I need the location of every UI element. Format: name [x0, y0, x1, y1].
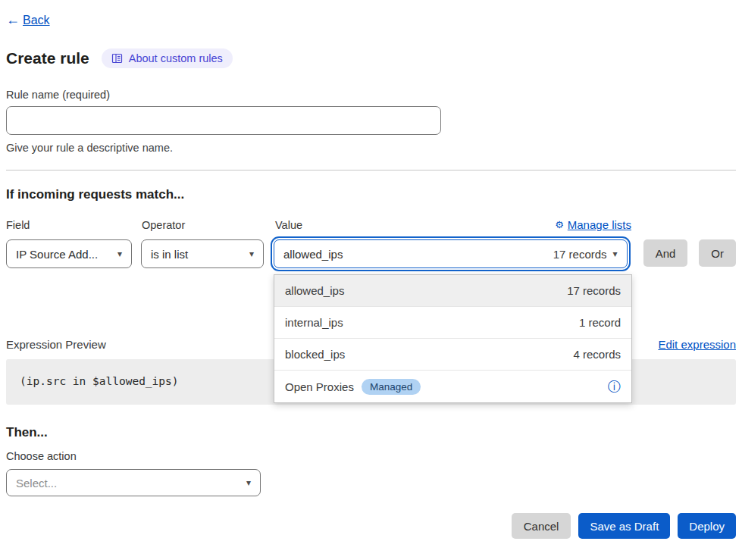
list-option-allowed-ips[interactable]: allowed_ips 17 records	[274, 275, 631, 307]
about-custom-rules-link[interactable]: About custom rules	[102, 48, 233, 68]
rule-name-label: Rule name (required)	[6, 89, 736, 101]
field-select-value: IP Source Add...	[16, 248, 98, 261]
chevron-down-icon: ▾	[117, 249, 122, 259]
rule-name-helper-text: Give your rule a descriptive name.	[6, 142, 736, 154]
operator-select-value: is in list	[151, 248, 188, 261]
operator-select[interactable]: is in list ▾	[141, 239, 264, 268]
rule-name-input[interactable]	[6, 106, 441, 135]
list-option-blocked-ips[interactable]: blocked_ips 4 records	[274, 339, 631, 371]
list-option-open-proxies[interactable]: Open Proxies Managed ⓘ	[274, 371, 631, 402]
value-records-count: 17 records	[553, 248, 607, 261]
heading-row: Create rule About custom rules	[6, 48, 736, 68]
or-button[interactable]: Or	[699, 239, 736, 267]
save-as-draft-button[interactable]: Save as Draft	[578, 513, 670, 539]
field-label: Field	[6, 219, 133, 231]
action-select[interactable]: Select... ▾	[6, 469, 261, 496]
edit-expression-link[interactable]: Edit expression	[658, 338, 736, 351]
list-option-records: 17 records	[567, 284, 621, 297]
and-button[interactable]: And	[643, 239, 688, 267]
chevron-down-icon: ▾	[613, 249, 618, 259]
list-option-records: 1 record	[579, 316, 621, 329]
and-or-buttons: And Or	[643, 239, 736, 267]
list-option-name: Open Proxies	[285, 380, 354, 393]
chevron-down-icon: ▾	[246, 477, 251, 488]
operator-label: Operator	[142, 219, 265, 231]
value-combobox-input[interactable]: allowed_ips	[283, 248, 553, 261]
value-label: Value	[275, 219, 302, 231]
list-option-name: blocked_ips	[285, 348, 345, 361]
field-select[interactable]: IP Source Add... ▾	[6, 239, 132, 268]
managed-badge: Managed	[362, 379, 421, 395]
section-divider	[6, 170, 736, 171]
value-combobox-wrapper: allowed_ips 17 records ▾ allowed_ips 17 …	[274, 239, 628, 268]
expression-preview-label: Expression Preview	[6, 338, 106, 351]
deploy-button[interactable]: Deploy	[678, 513, 736, 539]
gear-icon: ⚙	[555, 219, 564, 230]
manage-lists-link[interactable]: ⚙ Manage lists	[555, 218, 631, 231]
book-icon	[111, 53, 123, 64]
choose-action-label: Choose action	[6, 450, 736, 462]
lists-dropdown-panel: allowed_ips 17 records internal_ips 1 re…	[274, 274, 632, 403]
footer-actions: Cancel Save as Draft Deploy	[6, 513, 736, 539]
create-rule-page: ←Back Create rule About custom rules Rul…	[0, 0, 742, 560]
then-section-heading: Then...	[6, 425, 736, 440]
action-select-placeholder: Select...	[16, 477, 57, 490]
manage-lists-label: Manage lists	[568, 218, 631, 231]
about-custom-rules-label: About custom rules	[129, 52, 223, 64]
info-icon[interactable]: ⓘ	[608, 380, 621, 393]
page-title: Create rule	[6, 49, 89, 67]
list-option-internal-ips[interactable]: internal_ips 1 record	[274, 307, 631, 339]
chevron-down-icon: ▾	[249, 249, 254, 259]
match-section-heading: If incoming requests match...	[6, 187, 736, 202]
value-combobox[interactable]: allowed_ips 17 records ▾	[274, 239, 628, 268]
list-option-records: 4 records	[573, 348, 621, 361]
list-option-name: allowed_ips	[285, 284, 344, 297]
condition-labels-row: Field Operator Value ⚙ Manage lists	[6, 218, 736, 231]
condition-row: IP Source Add... ▾ is in list ▾ allowed_…	[6, 239, 736, 268]
list-option-name: internal_ips	[285, 316, 343, 329]
cancel-button[interactable]: Cancel	[512, 513, 571, 539]
back-link[interactable]: ←Back	[6, 12, 50, 28]
back-arrow-icon: ←	[6, 12, 20, 28]
back-link-label: Back	[23, 14, 50, 27]
